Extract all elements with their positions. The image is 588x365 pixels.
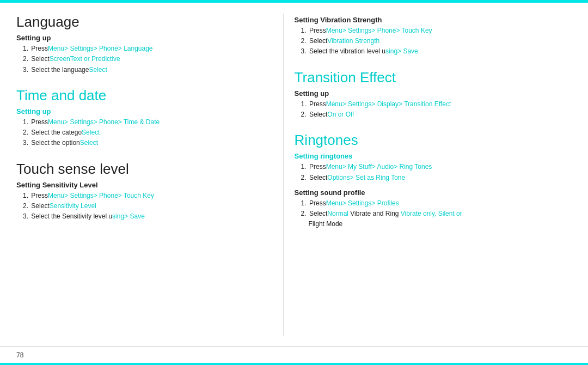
list-item: 3. Select the Sensitivity level using> S… <box>23 211 272 222</box>
time-and-date-title: Time and date <box>16 87 272 104</box>
list-item: 2. Select the categoSelect <box>23 127 272 138</box>
list-item: 1. PressMenu> Settings> Phone> Touch Key <box>301 26 572 36</box>
touch-sense-title: Touch sense level <box>16 161 272 178</box>
ringtones-title: Ringtones <box>295 132 572 149</box>
language-title: Language <box>16 14 272 31</box>
ringtones-steps: 1. PressMenu> My Stuff> Audio> Ring Tone… <box>295 162 572 182</box>
list-item: 3. Select the optionSelect <box>23 138 272 148</box>
list-item: 1. PressMenu> Settings> Display> Transit… <box>301 99 572 110</box>
list-item: 2. SelectSensitivity Level <box>23 201 272 211</box>
transition-effect-title: Transition Effect <box>295 69 572 86</box>
right-column: Setting Vibration Strength 1. PressMenu>… <box>283 14 572 336</box>
vibration-title: Setting Vibration Strength <box>295 16 572 24</box>
section-ringtones: Ringtones Setting ringtones 1. PressMenu… <box>295 132 572 229</box>
list-item: 1. PressMenu> My Stuff> Audio> Ring Tone… <box>301 162 572 172</box>
vibration-steps: 1. PressMenu> Settings> Phone> Touch Key… <box>295 26 572 57</box>
time-setting-up-label: Setting up <box>16 107 272 115</box>
time-steps: 1. PressMenu> Settings> Phone> Time & Da… <box>16 117 272 149</box>
list-item: 2. SelectOptions> Set as Ring Tone <box>301 173 572 183</box>
section-touch-sense: Touch sense level Setting Sensitivity Le… <box>16 161 272 222</box>
list-item: 2. SelectVibration Strength <box>301 36 572 46</box>
language-setting-up-label: Setting up <box>16 34 272 42</box>
sound-profile-steps: 1. PressMenu> Settings> Profiles 2. Sele… <box>295 198 572 230</box>
footer: 78 <box>0 346 588 363</box>
list-item: 1. PressMenu> Settings> Profiles <box>301 198 572 209</box>
page-number: 78 <box>16 351 23 359</box>
section-transition-effect: Transition Effect Setting up 1. PressMen… <box>295 69 572 120</box>
page-container: Language Setting up 1. PressMenu> Settin… <box>0 0 588 365</box>
section-language: Language Setting up 1. PressMenu> Settin… <box>16 14 272 75</box>
section-time-and-date: Time and date Setting up 1. PressMenu> S… <box>16 87 272 149</box>
list-item: 2. SelectOn or Off <box>301 110 572 120</box>
list-item: 2. SelectScreenText or Predictive <box>23 54 272 64</box>
transition-steps: 1. PressMenu> Settings> Display> Transit… <box>295 99 572 120</box>
setting-ringtones-label: Setting ringtones <box>295 152 572 160</box>
list-item: 3. Select the languageSelect <box>23 65 272 75</box>
list-item: 1. PressMenu> Settings> Phone> Touch Key <box>23 191 272 201</box>
left-column: Language Setting up 1. PressMenu> Settin… <box>16 14 283 336</box>
list-item: 3. Select the vibration level using> Sav… <box>301 46 572 57</box>
list-item: 2. SelectNormal Vibrate and Ring Vibrate… <box>301 209 572 229</box>
touch-sensitivity-label: Setting Sensitivity Level <box>16 181 272 189</box>
language-steps: 1. PressMenu> Settings> Phone> Language … <box>16 44 272 75</box>
section-vibration: Setting Vibration Strength 1. PressMenu>… <box>295 16 572 57</box>
sound-profile-label: Setting sound profile <box>295 188 572 197</box>
transition-setting-up-label: Setting up <box>295 89 572 98</box>
list-item: 1. PressMenu> Settings> Phone> Language <box>23 44 272 54</box>
bottom-cyan-line <box>0 363 588 365</box>
list-item: 1. PressMenu> Settings> Phone> Time & Da… <box>23 117 272 127</box>
content-area: Language Setting up 1. PressMenu> Settin… <box>0 3 588 346</box>
touch-steps: 1. PressMenu> Settings> Phone> Touch Key… <box>16 191 272 222</box>
